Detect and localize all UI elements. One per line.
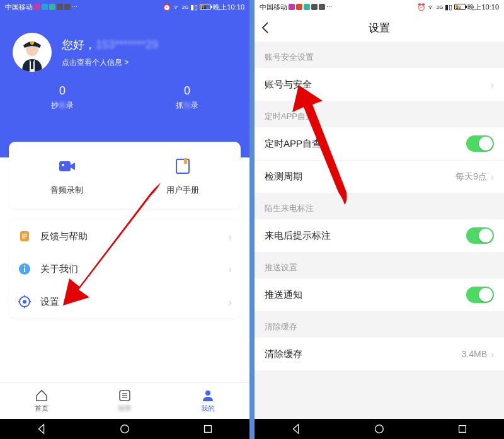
list-item-feedback[interactable]: 反馈与帮助 › (9, 220, 241, 253)
clock-label: 晚上10:10 (467, 3, 499, 12)
switch-on[interactable] (466, 287, 494, 303)
nav-home-icon[interactable] (374, 423, 385, 435)
svg-rect-28 (459, 426, 466, 433)
nav-recent-icon[interactable] (202, 423, 214, 435)
stat-item[interactable]: 0 抄检录 (51, 84, 74, 111)
stat-number: 0 (51, 84, 74, 98)
audio-record-button[interactable]: 音频录制 (9, 154, 125, 196)
tab-label: 报警 (118, 404, 132, 413)
chevron-right-icon: › (491, 79, 494, 90)
list-item-label: 反馈与帮助 (40, 231, 88, 242)
cell-label: 账号与安全 (265, 79, 312, 91)
status-more-icon: ⋯ (72, 4, 77, 10)
network-2g-label: 2G (182, 4, 189, 10)
nav-recent-icon[interactable] (457, 423, 468, 435)
avatar-police-icon (17, 35, 47, 72)
svg-rect-8 (22, 234, 27, 235)
tab-home[interactable]: 首页 (0, 383, 83, 419)
signal-icon: ▮▯ (445, 3, 452, 11)
list-item-settings[interactable]: 设置 › (9, 285, 241, 318)
cell-push-toggle[interactable]: 推送通知 (255, 278, 504, 311)
wifi-icon: ᯤ (173, 3, 180, 11)
battery-icon: 18 (200, 4, 211, 10)
status-app-icon (34, 4, 40, 10)
nav-back-icon[interactable] (290, 423, 302, 435)
cell-label: 定时APP自查 (265, 138, 321, 150)
alarm-icon: ⏰ (163, 3, 171, 11)
view-profile-link[interactable]: 点击查看个人信息 > (62, 57, 158, 68)
phone-left: 中国移动 ⋯ ⏰ ᯤ 2G ▮▯ 18 晚上10:10 (0, 0, 249, 439)
clock-label: 晚上10:10 (213, 3, 244, 12)
action-card: 音频录制 用户手册 (9, 142, 241, 208)
svg-rect-26 (205, 426, 212, 433)
carrier-label: 中国移动 (260, 3, 287, 12)
svg-rect-10 (22, 237, 25, 239)
cell-value: 3.4MB (462, 349, 487, 359)
phone-right: 中国移动 ⋯ ⏰ ᯤ 2G ▮▯ 18 晚上10:10 设置 账号安全设置 账号… (255, 0, 504, 439)
stat-item[interactable]: 0 抓拍录 (176, 84, 198, 111)
section-title: 推送设置 (255, 252, 504, 278)
nav-home-icon[interactable] (119, 423, 130, 435)
audio-record-label: 音频录制 (9, 185, 125, 196)
cell-label: 推送通知 (265, 289, 302, 301)
cell-label: 清除缓存 (265, 348, 302, 360)
settings-scroll[interactable]: 账号安全设置 账号与安全 › 定时APP自查 定时APP自查 检测周期 每天9点… (255, 42, 504, 419)
section-title: 清除缓存 (255, 311, 504, 338)
svg-rect-2 (31, 60, 33, 69)
profile-row[interactable]: 您好，153*******29 点击查看个人信息 > (0, 14, 249, 78)
content-left: 音频录制 用户手册 反馈与帮助 › 关于我们 (0, 148, 249, 318)
menu-list: 反馈与帮助 › 关于我们 › 设置 › (9, 220, 241, 318)
svg-point-27 (375, 425, 384, 433)
status-app-icon (289, 4, 295, 10)
network-2g-label: 2G (437, 4, 444, 10)
cell-label: 来电后提示标注 (265, 230, 331, 242)
back-button[interactable] (261, 14, 270, 42)
list-item-label: 关于我们 (40, 263, 78, 275)
status-app-icon (319, 4, 325, 10)
switch-on[interactable] (466, 227, 494, 244)
cell-check-period[interactable]: 检测周期 每天9点 › (255, 160, 504, 193)
tab-mine[interactable]: 我的 (166, 383, 249, 419)
status-app-icon (296, 4, 302, 10)
cell-clear-cache[interactable]: 清除缓存 3.4MB › (255, 338, 504, 370)
status-app-icon (304, 4, 310, 10)
tab-bar: 首页 报警 我的 (0, 382, 249, 419)
cell-account-security[interactable]: 账号与安全 › (255, 68, 504, 101)
tab-middle[interactable]: 报警 (83, 383, 166, 419)
stat-label: 抓拍录 (176, 100, 198, 111)
battery-icon: 18 (454, 4, 466, 10)
svg-rect-12 (24, 268, 25, 272)
cell-value: 每天9点 (455, 171, 487, 183)
gear-icon (18, 295, 32, 309)
signal-icon: ▮▯ (190, 3, 198, 11)
chevron-right-icon: › (491, 349, 494, 360)
svg-point-24 (205, 391, 210, 396)
home-icon (35, 389, 49, 402)
clipboard-icon (18, 229, 32, 243)
list-item-about[interactable]: 关于我们 › (9, 253, 241, 285)
svg-point-15 (23, 300, 26, 304)
chevron-right-icon: › (491, 171, 494, 182)
camera-icon (55, 154, 79, 178)
status-app-icon (49, 4, 55, 10)
status-bar: 中国移动 ⋯ ⏰ ᯤ 2G ▮▯ 18 晚上10:10 (255, 0, 504, 14)
chevron-left-icon (261, 21, 270, 34)
svg-rect-9 (22, 236, 27, 237)
status-app-icon (57, 4, 63, 10)
switch-on[interactable] (466, 135, 494, 152)
svg-point-1 (30, 41, 34, 45)
list-icon (118, 389, 132, 402)
nav-back-icon[interactable] (36, 423, 47, 435)
cell-caller-tag-toggle[interactable]: 来电后提示标注 (255, 219, 504, 252)
tab-label: 我的 (201, 404, 215, 413)
alarm-icon: ⏰ (417, 3, 426, 11)
user-manual-button[interactable]: 用户手册 (125, 154, 241, 196)
person-icon (201, 389, 215, 402)
wifi-icon: ᯤ (428, 3, 435, 11)
carrier-label: 中国移动 (5, 3, 33, 12)
title-bar: 设置 (255, 14, 504, 42)
svg-point-13 (24, 265, 25, 266)
stat-label: 抄检录 (51, 100, 74, 111)
cell-selfcheck-toggle[interactable]: 定时APP自查 (255, 127, 504, 160)
svg-rect-3 (59, 161, 71, 171)
